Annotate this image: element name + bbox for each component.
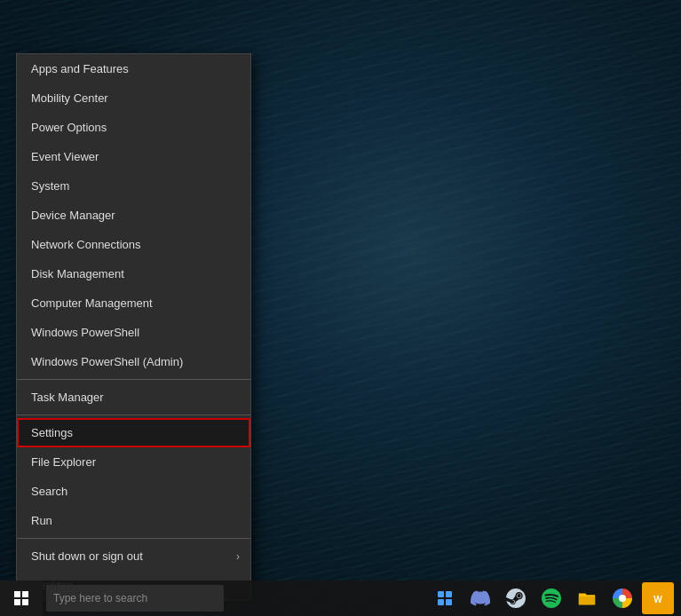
menu-item-mobility-center[interactable]: Mobility Center [17, 83, 250, 113]
menu-item-event-viewer[interactable]: Event Viewer [17, 142, 250, 171]
wxsdn-icon[interactable]: W [642, 582, 674, 614]
submenu-arrow-icon: › [236, 550, 240, 563]
separator-3 [17, 538, 250, 539]
menu-item-file-explorer[interactable]: File Explorer [17, 447, 250, 477]
search-placeholder-text: Type here to search [53, 592, 147, 604]
spotify-icon[interactable] [535, 582, 567, 614]
discord-icon[interactable] [464, 582, 496, 614]
menu-item-power-options[interactable]: Power Options [17, 113, 250, 142]
svg-rect-1 [446, 591, 452, 597]
menu-item-windows-powershell-admin[interactable]: Windows PowerShell (Admin) [17, 347, 250, 376]
taskbar-search[interactable]: Type here to search [46, 585, 224, 612]
menu-item-run[interactable]: Run [17, 506, 250, 535]
svg-rect-2 [438, 599, 444, 605]
menu-item-shut-down[interactable]: Shut down or sign out › [17, 541, 250, 571]
menu-item-disk-management[interactable]: Disk Management [17, 259, 250, 288]
menu-item-settings[interactable]: Settings [17, 418, 250, 447]
start-button[interactable] [0, 580, 43, 616]
menu-item-search[interactable]: Search [17, 477, 250, 506]
file-manager-icon[interactable] [571, 582, 603, 614]
svg-text:W: W [653, 595, 662, 604]
svg-rect-0 [438, 591, 444, 597]
taskbar-icons: W [429, 582, 681, 614]
windows-logo-icon [14, 591, 28, 605]
menu-item-network-connections[interactable]: Network Connections [17, 230, 250, 259]
menu-item-windows-powershell[interactable]: Windows PowerShell [17, 318, 250, 347]
separator-2 [17, 415, 250, 415]
menu-item-computer-management[interactable]: Computer Management [17, 288, 250, 318]
context-menu: Apps and Features Mobility Center Power … [16, 53, 251, 601]
svg-rect-3 [446, 599, 452, 605]
chrome-icon[interactable] [606, 582, 638, 614]
menu-item-task-manager[interactable]: Task Manager [17, 383, 250, 412]
task-view-button[interactable] [429, 582, 461, 614]
menu-item-device-manager[interactable]: Device Manager [17, 201, 250, 230]
task-view-icon [438, 591, 452, 605]
separator-1 [17, 379, 250, 380]
steam-icon[interactable] [500, 582, 532, 614]
menu-item-system[interactable]: System [17, 171, 250, 201]
taskbar: Type here to search [0, 580, 681, 616]
menu-item-apps-features[interactable]: Apps and Features [17, 54, 250, 83]
